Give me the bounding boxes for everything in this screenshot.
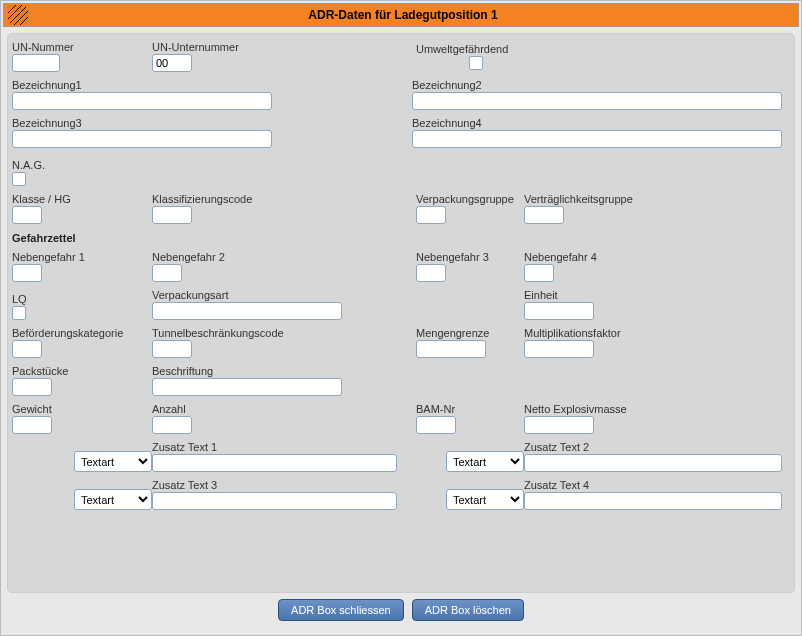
input-klasse-hg[interactable] <box>12 206 42 224</box>
select-textart-1[interactable]: Textart <box>74 451 152 472</box>
label-bezeichnung2: Bezeichnung2 <box>412 79 782 91</box>
label-bezeichnung3: Bezeichnung3 <box>12 117 412 129</box>
label-verpackungsgruppe: Verpackungsgruppe <box>416 193 524 205</box>
input-gewicht[interactable] <box>12 416 52 434</box>
input-beschriftung[interactable] <box>152 378 342 396</box>
input-vertraeglichkeitsgruppe[interactable] <box>524 206 564 224</box>
label-packstuecke: Packstücke <box>12 365 152 377</box>
button-row: ADR Box schliessen ADR Box löschen <box>1 599 801 621</box>
input-nebengefahr1[interactable] <box>12 264 42 282</box>
label-befoerderungskategorie: Beförderungskategorie <box>12 327 152 339</box>
input-packstuecke[interactable] <box>12 378 52 396</box>
label-netto-explosivmasse: Netto Explosivmasse <box>524 403 627 415</box>
input-mengengrenze[interactable] <box>416 340 486 358</box>
input-verpackungsgruppe[interactable] <box>416 206 446 224</box>
input-nebengefahr4[interactable] <box>524 264 554 282</box>
input-bezeichnung1[interactable] <box>12 92 272 110</box>
input-klassifizierungscode[interactable] <box>152 206 192 224</box>
form-area: UN-Nummer UN-Unternummer Umweltgefährden… <box>7 33 795 593</box>
label-einheit: Einheit <box>524 289 594 301</box>
close-adr-box-button[interactable]: ADR Box schliessen <box>278 599 404 621</box>
input-zusatz-text-2[interactable] <box>524 454 782 472</box>
input-nebengefahr2[interactable] <box>152 264 182 282</box>
dialog-title: ADR-Daten für Ladegutposition 1 <box>32 8 774 22</box>
title-bar: ADR-Daten für Ladegutposition 1 <box>3 3 799 27</box>
label-bezeichnung4: Bezeichnung4 <box>412 117 782 129</box>
heading-gefahrzettel: Gefahrzettel <box>12 230 76 244</box>
label-lq: LQ <box>12 293 152 305</box>
input-zusatz-text-1[interactable] <box>152 454 397 472</box>
label-umweltgefaehrdend: Umweltgefährdend <box>416 43 536 55</box>
label-bam-nr: BAM-Nr <box>416 403 524 415</box>
input-einheit[interactable] <box>524 302 594 320</box>
label-anzahl: Anzahl <box>152 403 416 415</box>
checkbox-lq[interactable] <box>12 306 26 320</box>
input-bam-nr[interactable] <box>416 416 456 434</box>
delete-adr-box-button[interactable]: ADR Box löschen <box>412 599 524 621</box>
label-beschriftung: Beschriftung <box>152 365 342 377</box>
label-gewicht: Gewicht <box>12 403 152 415</box>
adr-hazard-icon <box>8 5 28 25</box>
label-tunnelbeschraenkungscode: Tunnelbeschränkungscode <box>152 327 416 339</box>
label-verpackungsart: Verpackungsart <box>152 289 524 301</box>
label-zusatz-text-4: Zusatz Text 4 <box>524 479 782 491</box>
label-nag: N.A.G. <box>12 159 45 171</box>
label-zusatz-text-1: Zusatz Text 1 <box>152 441 434 453</box>
select-textart-4[interactable]: Textart <box>446 489 524 510</box>
label-multiplikationsfaktor: Multiplikationsfaktor <box>524 327 621 339</box>
label-nebengefahr1: Nebengefahr 1 <box>12 251 152 263</box>
label-zusatz-text-3: Zusatz Text 3 <box>152 479 434 491</box>
checkbox-umweltgefaehrdend[interactable] <box>469 56 483 70</box>
dialog-window: ADR-Daten für Ladegutposition 1 UN-Numme… <box>0 0 802 636</box>
input-nebengefahr3[interactable] <box>416 264 446 282</box>
input-un-nummer[interactable] <box>12 54 60 72</box>
input-zusatz-text-3[interactable] <box>152 492 397 510</box>
select-textart-3[interactable]: Textart <box>74 489 152 510</box>
label-vertraeglichkeitsgruppe: Verträglichkeitsgruppe <box>524 193 633 205</box>
label-nebengefahr4: Nebengefahr 4 <box>524 251 597 263</box>
input-netto-explosivmasse[interactable] <box>524 416 594 434</box>
label-nebengefahr2: Nebengefahr 2 <box>152 251 416 263</box>
input-zusatz-text-4[interactable] <box>524 492 782 510</box>
label-bezeichnung1: Bezeichnung1 <box>12 79 412 91</box>
input-verpackungsart[interactable] <box>152 302 342 320</box>
label-un-unternummer: UN-Unternummer <box>152 41 416 53</box>
select-textart-2[interactable]: Textart <box>446 451 524 472</box>
input-anzahl[interactable] <box>152 416 192 434</box>
label-nebengefahr3: Nebengefahr 3 <box>416 251 524 263</box>
label-un-nummer: UN-Nummer <box>12 41 152 53</box>
input-tunnelbeschraenkungscode[interactable] <box>152 340 192 358</box>
checkbox-nag[interactable] <box>12 172 26 186</box>
input-multiplikationsfaktor[interactable] <box>524 340 594 358</box>
input-bezeichnung4[interactable] <box>412 130 782 148</box>
input-bezeichnung3[interactable] <box>12 130 272 148</box>
input-bezeichnung2[interactable] <box>412 92 782 110</box>
label-zusatz-text-2: Zusatz Text 2 <box>524 441 782 453</box>
input-un-unternummer[interactable] <box>152 54 192 72</box>
label-klassifizierungscode: Klassifizierungscode <box>152 193 416 205</box>
label-klasse-hg: Klasse / HG <box>12 193 152 205</box>
input-befoerderungskategorie[interactable] <box>12 340 42 358</box>
label-mengengrenze: Mengengrenze <box>416 327 524 339</box>
